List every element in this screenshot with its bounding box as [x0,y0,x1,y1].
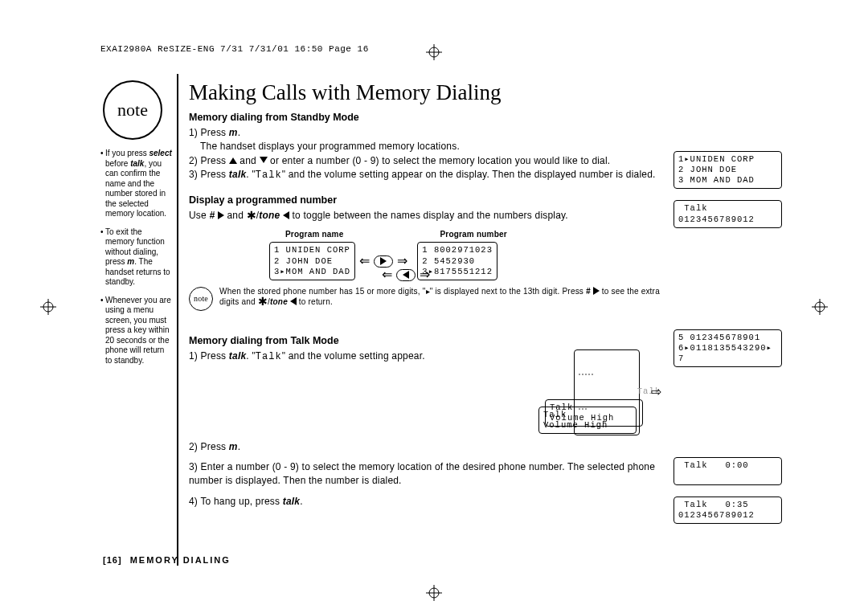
page-footer: [16] MEMORY DIALING [103,555,231,565]
lcd-talk-timer-35: Talk 0:35 0123456789012 [674,497,782,524]
inline-note-text: When the stored phone number has 15 or m… [219,286,663,307]
label-program-number: Program number [440,229,506,241]
arrow-left-icon: ⇐ [382,271,392,279]
main-content: Making Calls with Memory Dialing Memory … [189,80,663,509]
lcd-talk-volume-high: Talk Volume High [538,407,637,434]
sidebar-notes: If you press select before talk, you can… [100,149,173,374]
step-2: 2) Press and or enter a number (0 - 9) t… [189,154,663,168]
registration-mark-left [40,299,56,315]
registration-mark-bottom [426,585,442,601]
standby-heading: Memory dialing from Standby Mode [189,112,663,123]
talk-step-2: 2) Press m. [189,440,663,454]
right-column: 1▸UNIDEN CORP 2 JOHN DOE 3 MOM AND DAD T… [674,151,782,535]
arrow-right-icon: ⇨ [651,388,661,396]
step-3: 3) Press talk. "Talk" and the volume set… [189,168,663,182]
lcd-talk-timer-0: Talk 0:00 [674,457,782,484]
lcd-talk-number: Talk 0123456789012 [674,200,782,227]
fwd-button [374,255,393,268]
step-1: 1) Press m. The handset displays your pr… [189,126,663,154]
back-button [396,269,416,281]
talk-step-1: 1) Press talk. "Talk" and the volume set… [189,349,564,364]
talk-step-4: 4) To hang up, press talk. [189,495,663,509]
sidebar-item: To exit the memory function without dial… [100,227,173,288]
page-title: Making Calls with Memory Dialing [189,80,663,105]
arrow-right-icon: ⇒ [397,257,407,265]
display-heading: Display a programmed number [189,194,663,206]
print-header: EXAI2980A ReSIZE-ENG 7/31 7/31/01 16:50 … [100,44,369,54]
arrow-right-icon: ⇒ [420,271,430,279]
lcd-memory-list: 1▸UNIDEN CORP 2 JOHN DOE 3 MOM AND DAD [674,151,782,189]
registration-mark-top [426,44,442,60]
sidebar-item: If you press select before talk, you can… [100,149,173,219]
vertical-divider [177,74,178,566]
lcd-program-names: 1 UNIDEN CORP 2 JOHN DOE 3▸MOM AND DAD [269,242,355,280]
arrow-left-icon: ⇐ [359,257,370,265]
talk-step-3: 3) Enter a number (0 - 9) to select the … [189,460,663,488]
sidebar-item: Whenever you are using a menu screen, yo… [100,296,173,366]
lcd-long-number: 5 012345678901 6▸0118135543290▸ 7 [674,329,782,367]
registration-mark-right [812,299,828,315]
note-icon: note [189,287,213,311]
talkmode-heading: Memory dialing from Talk Mode [189,335,663,346]
label-program-name: Program name [285,229,343,241]
display-text: Use # and ✱/tone to toggle between the n… [189,209,663,223]
note-badge: note [103,80,162,140]
